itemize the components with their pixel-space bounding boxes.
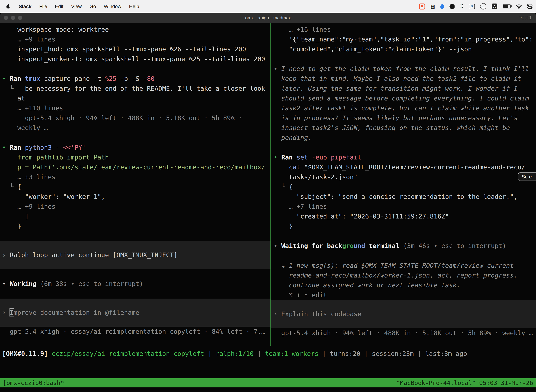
- left-terminal-pane[interactable]: workspace_mode: worktree… +9 linesinspec…: [0, 23, 270, 346]
- terminal-line: gpt-5.4 xhigh · 94% left · 488K in · 5.1…: [271, 328, 536, 338]
- menu-item-window[interactable]: Window: [100, 0, 125, 13]
- menu-item-file[interactable]: File: [35, 0, 51, 13]
- text-segment: •: [2, 144, 10, 151]
- terminal-line: • Ran set -euo pipefail: [271, 152, 536, 162]
- terminal-line: ⌥ + ↑ edit: [271, 290, 536, 300]
- window-grid-icon[interactable]: ▦: [430, 4, 435, 9]
- menu-app-name[interactable]: Slack: [15, 0, 35, 13]
- text-segment: from pathlib import Path: [17, 154, 109, 161]
- text-segment: set: [297, 154, 312, 161]
- terminal-line: inspect_worker-1: omx sparkshell --tmux-…: [0, 54, 270, 64]
- text-segment: |: [414, 350, 425, 357]
- tmux-status-bar: [omx-cczip0:bash* "MacBook-Pro-44.local"…: [0, 378, 536, 387]
- text-segment: Ran: [10, 144, 25, 151]
- text-segment: be necessary for the end of the README. …: [14, 85, 265, 92]
- terminal-line: › Ralph loop active continue [OMX_TMUX_I…: [0, 250, 270, 260]
- terminal-line: └ {: [271, 182, 536, 192]
- text-segment: inspect_hud: omx sparkshell --tmux-pane …: [17, 45, 246, 53]
- text-segment: session:23m: [372, 350, 414, 357]
- blank-line: [0, 133, 270, 143]
- terminal-line: p = Path('.omx/state/team/review-current…: [0, 162, 270, 172]
- raindrop-icon[interactable]: [440, 4, 444, 9]
- terminal-line: task2 after task1 is complete, but can I…: [271, 103, 536, 113]
- terminal-line: cat "$OMX_TEAM_STATE_ROOT/team/review-cu…: [271, 162, 536, 172]
- text-segment: tmux: [25, 75, 44, 82]
- text-segment: └: [281, 183, 289, 190]
- terminal-line: from pathlib import Path: [0, 152, 270, 162]
- right-terminal-pane[interactable]: … +16 lines'{"team_name":"my-team","task…: [271, 23, 536, 346]
- blank-line: [0, 289, 270, 299]
- text-segment: |: [318, 350, 330, 357]
- text-segment: └: [10, 85, 14, 92]
- text-segment: weekly …: [17, 124, 48, 131]
- text-segment: Waiting for back: [281, 242, 342, 249]
- omx-status-line: [OMX#0.11.9] cczip/essay/ai-reimplementa…: [0, 349, 536, 359]
- text-segment: {: [289, 183, 293, 190]
- text-segment: |: [254, 350, 265, 357]
- ralph-loop-banner: › Ralph loop active continue [OMX_TMUX_I…: [0, 241, 270, 269]
- text-segment: ›: [2, 309, 10, 316]
- terminal-line: tasks/task-2.json": [271, 172, 536, 182]
- screen-recording-icon[interactable]: [419, 3, 425, 9]
- text-segment: }: [17, 222, 21, 230]
- menu-item-go[interactable]: Go: [86, 0, 100, 13]
- text-segment: }: [289, 222, 293, 230]
- text-segment: mprove documentation in @filename: [14, 309, 139, 316]
- text-segment: •: [2, 75, 10, 82]
- window-title: omx --xhigh --madmax: [0, 13, 536, 23]
- terminal-line: └ be necessary for the end of the README…: [0, 84, 270, 93]
- terminal-line: … +16 lines: [271, 25, 536, 34]
- battery-icon[interactable]: [502, 4, 511, 9]
- wifi-icon[interactable]: [516, 4, 522, 9]
- text-segment: continue assigned work or next feasible …: [289, 281, 460, 289]
- menu-bar-left: Slack File Edit View Go Window Help: [0, 0, 143, 13]
- menu-item-help[interactable]: Help: [125, 0, 143, 13]
- text-segment: |: [204, 350, 215, 357]
- text-segment: tasks/task-2.json": [289, 173, 358, 181]
- text-segment: cczip/essay/ai-reimplementation-copyleft: [52, 350, 204, 357]
- terminal-line: weekly …: [0, 123, 270, 133]
- terminal-line: … +3 lines: [0, 172, 270, 182]
- terminal-line: workspace_mode: worktree: [0, 25, 270, 34]
- text-segment: p = Path('.omx/state/team/review-current…: [17, 163, 265, 171]
- disk-icon[interactable]: [449, 4, 455, 9]
- control-center-icon[interactable]: [527, 4, 532, 9]
- keyboard-8-icon[interactable]: 8: [469, 4, 475, 9]
- menu-item-view[interactable]: View: [67, 0, 86, 13]
- text-segment: ralph:1/10: [215, 350, 254, 357]
- terminal-line: readme-and-reco/mailbox/worker-1.json, a…: [271, 271, 536, 280]
- text-segment: '{"team_name":"my-team","task_id":"1","f…: [289, 36, 533, 43]
- tmux-panes: workspace_mode: worktree… +9 linesinspec…: [0, 23, 536, 346]
- text-segment: <<'PY': [63, 144, 86, 151]
- window-shortcut-hint: ⌥⌘1: [519, 13, 532, 23]
- blank-line: [0, 269, 270, 279]
- terminal-line: "completed","claim_token":"claim-token"}…: [271, 44, 536, 54]
- text-segment: I need to get the claim token from the c…: [281, 65, 529, 72]
- text-segment: •: [2, 280, 10, 287]
- text-segment: … +110 lines: [17, 104, 63, 112]
- menu-bar-status-icons: ▦ ⠿ 8 61 A: [419, 0, 536, 13]
- text-segment: gpt-5.4 xhigh · 94% left · 488K in · 5.1…: [25, 114, 242, 121]
- text-segment: •: [274, 242, 281, 249]
- text-segment: ⌥ + ↑ edit: [289, 291, 327, 299]
- text-segment: Working: [10, 280, 40, 287]
- text-segment: cat: [289, 163, 304, 171]
- text-segment: should send a message before completing …: [281, 94, 529, 102]
- screenshot-popup[interactable]: Scre: [518, 173, 536, 181]
- text-segment: python3: [25, 144, 55, 151]
- input-source-icon[interactable]: A: [492, 4, 497, 9]
- window-titlebar: omx --xhigh --madmax ⌥⌘1: [0, 13, 536, 23]
- text-segment: later. Using the same for transition mig…: [281, 85, 517, 92]
- composer-suggestion[interactable]: › Explain this codebase: [271, 300, 536, 328]
- terminal-line: ]: [0, 211, 270, 221]
- apple-menu-icon[interactable]: [0, 4, 15, 9]
- text-segment: pending.: [281, 134, 312, 141]
- text-segment: Ralph loop active continue [OMX_TMUX_INJ…: [10, 251, 177, 258]
- menu-item-edit[interactable]: Edit: [51, 0, 67, 13]
- text-segment: I: [10, 309, 14, 316]
- composer-input[interactable]: › Improve documentation in @filename: [0, 299, 270, 327]
- gauge-61-icon[interactable]: 61: [480, 3, 486, 9]
- text-segment: task2 after task1 is complete, but can I…: [281, 104, 529, 112]
- dots-grid-icon[interactable]: ⠿: [460, 4, 464, 9]
- terminal-line: pending.: [271, 133, 536, 143]
